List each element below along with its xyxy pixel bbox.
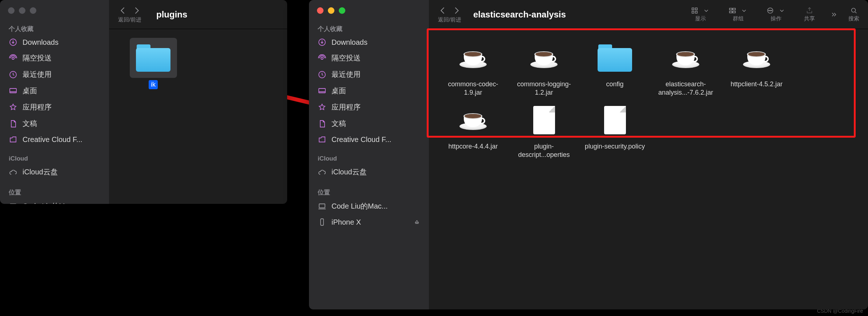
file-item[interactable]: config [579,38,650,97]
sidebar-item-iphone[interactable]: iPhone X [309,214,429,230]
sidebar-item-airdrop[interactable]: 隔空投送 [0,50,109,66]
file-label: plugin-descript...operties [511,142,577,159]
toolbar-label-share: 共享 [804,15,815,22]
svg-rect-10 [319,204,325,208]
toolbar-label-action: 操作 [771,15,781,22]
svg-point-23 [771,10,772,11]
sidebar-item-label: iPhone X [331,218,361,226]
sidebar-item-airdrop[interactable]: 隔空投送 [309,50,429,66]
forward-button[interactable] [451,5,462,16]
maximize-button[interactable] [339,7,345,14]
file-label: httpclient-4.5.2.jar [731,80,783,88]
traffic-lights [0,4,109,22]
maximize-button[interactable] [30,7,36,14]
svg-point-1 [12,57,14,59]
forward-button[interactable] [132,5,142,16]
sidebar-item-recents[interactable]: 最近使用 [309,66,429,83]
toolbar-label-search: 搜索 [848,15,859,22]
sidebar-item-label: 隔空投送 [331,53,361,63]
svg-rect-19 [733,11,735,13]
svg-point-24 [852,8,856,12]
sidebar-item-label: 桌面 [331,86,346,96]
document-icon [604,106,626,134]
sidebar-item-creative-cloud[interactable]: Creative Cloud F... [0,132,109,147]
svg-rect-15 [695,11,698,13]
svg-rect-13 [695,8,698,10]
group-icon[interactable] [728,7,736,15]
file-item[interactable]: commons-codec-1.9.jar [438,38,509,97]
file-label: config [606,80,623,88]
file-item[interactable]: plugin-descript...operties [509,100,579,159]
sidebar-item-recents[interactable]: 最近使用 [0,66,109,83]
sidebar-item-mac[interactable]: Code Liu的Mac... [0,198,109,204]
file-label: commons-logging-1.2.jar [511,80,577,97]
back-button[interactable] [118,5,128,16]
share-icon[interactable] [805,7,813,15]
sidebar-item-desktop[interactable]: 桌面 [0,83,109,99]
back-button[interactable] [438,5,448,16]
sidebar-item-applications[interactable]: 应用程序 [309,99,429,115]
sidebar-item-documents[interactable]: 文稿 [0,115,109,132]
svg-rect-16 [730,8,732,10]
svg-point-21 [768,10,769,11]
document-icon [533,106,555,134]
search-icon[interactable] [850,7,858,15]
file-label: elasticsearch-analysis...-7.6.2.jar [653,80,719,97]
sidebar-item-creative-cloud[interactable]: Creative Cloud F... [309,132,429,147]
eject-icon[interactable] [414,219,420,225]
file-item[interactable]: httpcore-4.4.4.jar [438,100,509,159]
sidebar-item-label: 隔空投送 [23,53,52,63]
chevron-down-icon[interactable] [740,7,748,15]
svg-rect-12 [692,8,694,10]
svg-rect-17 [733,8,735,10]
file-item[interactable]: commons-logging-1.2.jar [509,38,579,97]
sidebar-item-label: 文稿 [331,119,346,129]
java-jar-icon [459,48,487,68]
sidebar-item-downloads[interactable]: Downloads [309,35,429,50]
view-icon-grid[interactable] [691,7,699,15]
file-item[interactable]: httpclient-4.5.2.jar [721,38,792,97]
svg-rect-11 [321,219,324,225]
close-button[interactable] [8,7,15,14]
nav-label: 返回/前进 [118,16,141,23]
sidebar-item-label: Downloads [23,38,59,47]
svg-rect-18 [730,11,732,13]
file-item[interactable]: ik [118,38,189,89]
sidebar-item-label: 桌面 [23,86,37,96]
toolbar: 返回/前进 elasticsearch-analysis 显示 群组 [429,0,868,29]
main-area: 返回/前进 elasticsearch-analysis 显示 群组 [429,0,868,309]
svg-rect-9 [319,88,325,93]
sidebar-item-applications[interactable]: 应用程序 [0,99,109,115]
content-area[interactable]: ik [109,29,287,204]
sidebar-item-icloud-drive[interactable]: iCloud云盘 [309,164,429,180]
sidebar-section-favorites: 个人收藏 [309,22,429,35]
file-label: commons-codec-1.9.jar [441,80,506,97]
sidebar-item-label: 最近使用 [331,70,361,79]
sidebar-item-label: Code Liu的Mac... [331,201,388,211]
file-item[interactable]: elasticsearch-analysis...-7.6.2.jar [650,38,721,97]
java-jar-icon [459,110,487,130]
minimize-button[interactable] [328,7,334,14]
content-area[interactable]: commons-codec-1.9.jar commons-logging-1.… [429,29,868,309]
minimize-button[interactable] [19,7,25,14]
chevron-down-icon[interactable] [778,7,786,15]
file-item[interactable]: plugin-security.policy [579,100,650,159]
more-icon[interactable] [829,11,837,19]
sidebar-item-mac[interactable]: Code Liu的Mac... [309,198,429,214]
sidebar-item-label: Creative Cloud F... [23,135,83,144]
close-button[interactable] [317,7,324,14]
sidebar-section-icloud: iCloud [0,152,109,164]
sidebar-item-icloud-drive[interactable]: iCloud云盘 [0,164,109,180]
java-jar-icon [743,48,770,68]
sidebar-item-documents[interactable]: 文稿 [309,115,429,132]
sidebar-item-label: Downloads [331,38,367,47]
file-label: ik [149,80,158,89]
window-title: elasticsearch-analysis [473,9,566,20]
sidebar-item-desktop[interactable]: 桌面 [309,83,429,99]
chevron-down-icon[interactable] [702,7,710,15]
action-icon[interactable] [766,7,774,15]
sidebar-item-label: 文稿 [23,119,37,129]
sidebar-item-label: iCloud云盘 [23,167,58,177]
svg-rect-14 [692,11,694,13]
sidebar-item-downloads[interactable]: Downloads [0,35,109,50]
